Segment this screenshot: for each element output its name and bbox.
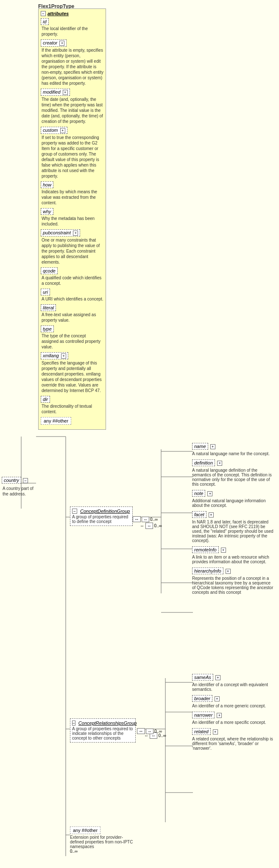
remoteinfo-plus-icon: + bbox=[221, 548, 226, 553]
attr-literal: literal A free-text value assigned as pr… bbox=[41, 304, 103, 323]
attr-uri-label: uri bbox=[41, 289, 50, 295]
right-item-name: name + A natural language name for the c… bbox=[192, 443, 275, 456]
concept-rel-group: − ConceptRelationshipsGroup A group of p… bbox=[70, 718, 136, 743]
definition-desc: A natural language definition of the sem… bbox=[192, 468, 275, 487]
minus-icon: − bbox=[41, 11, 46, 16]
attr-custom: custom + If set to true the correspondin… bbox=[41, 127, 103, 179]
attr-dir-label: dir bbox=[41, 396, 50, 403]
attr-how-desc: Indicates by which means the value was e… bbox=[42, 189, 103, 206]
narrower-label: narrower bbox=[192, 712, 215, 718]
concept-rel-label: ConceptRelationshipsGroup bbox=[78, 721, 137, 726]
narrower-desc: An identifier of a more specific concept… bbox=[192, 720, 275, 725]
any-other-bottom-label: any ##other bbox=[70, 826, 100, 834]
broader-plus-icon: + bbox=[215, 696, 220, 701]
attr-dir: dir The directionality of textual conten… bbox=[41, 396, 103, 415]
hierarchyinfo-desc: Represents the position of a concept in … bbox=[192, 576, 275, 595]
right-items-group: name + A natural language name for the c… bbox=[192, 443, 275, 598]
note-label: note bbox=[192, 490, 205, 497]
attr-creator-label: creator + bbox=[41, 39, 67, 47]
attr-qcode: qcode A qualified code which identifies … bbox=[41, 267, 103, 286]
attr-how-label: how bbox=[41, 181, 53, 188]
attr-xmllang-desc: Specifies the language of this property … bbox=[42, 360, 103, 393]
sameas-plus-icon: + bbox=[215, 675, 220, 680]
concept-rel-flow: ↔ ↔ 0..∞ bbox=[137, 728, 162, 734]
country-container: country − A country part of the address. bbox=[2, 477, 40, 497]
attr-literal-label: literal bbox=[41, 304, 56, 311]
right-item-facet: facet + In NAR 1.8 and later, facet is d… bbox=[192, 511, 275, 543]
attr-qcode-label: qcode bbox=[41, 267, 58, 274]
attr-id-label: id bbox=[41, 18, 49, 25]
hierarchyinfo-label: hierarchyInfo bbox=[192, 568, 223, 574]
attr-modified-desc: The date (and, optionally, the time) whe… bbox=[42, 97, 103, 124]
attr-literal-desc: A free-text value assigned as property v… bbox=[42, 312, 103, 323]
facet-plus-icon: + bbox=[209, 512, 214, 517]
attr-creator: creator + If the attribute is empty, spe… bbox=[41, 39, 103, 86]
attr-pubconstraint-label: pubconstraint + bbox=[41, 229, 80, 236]
right-item-note: note + Additional natural language infor… bbox=[192, 490, 275, 508]
attr-how: how Indicates by which means the value w… bbox=[41, 181, 103, 206]
right-item-remoteinfo: remoteInfo + A link to an item or a web … bbox=[192, 546, 275, 564]
attr-type-desc: The type of the concept assigned as cont… bbox=[42, 333, 103, 350]
attr-qcode-desc: A qualified code which identifies a conc… bbox=[42, 275, 103, 286]
name-desc: A natural language name for the concept. bbox=[192, 451, 275, 456]
right-item-definition: definition + A natural language definiti… bbox=[192, 459, 275, 487]
any-other-bottom-container: any ##other Extension point for provider… bbox=[70, 826, 134, 854]
remoteinfo-label: remoteInfo bbox=[192, 546, 219, 553]
attr-id: id The local identifier of the property. bbox=[41, 18, 103, 37]
name-label: name bbox=[192, 443, 208, 450]
attr-id-desc: The local identifier of the property. bbox=[42, 26, 103, 37]
concept-rel-minus-icon: − bbox=[72, 721, 75, 726]
attr-xmllang-label: xmllang + bbox=[41, 352, 68, 359]
right-item-hierarchyinfo: hierarchyInfo + Represents the position … bbox=[192, 568, 275, 595]
related-desc: A related concept, where the relationshi… bbox=[192, 737, 275, 751]
country-description: A country part of the address. bbox=[3, 486, 40, 497]
related-plus-icon: + bbox=[213, 729, 218, 734]
country-minus-icon: − bbox=[23, 478, 28, 483]
right-item-broader: broader + An identifier of a more generi… bbox=[192, 695, 275, 708]
narrower-plus-icon: + bbox=[217, 713, 222, 718]
right-item-narrower: narrower + An identifier of a more speci… bbox=[192, 712, 275, 725]
attr-why: why Why the metadata has been included. bbox=[41, 208, 103, 227]
attributes-container: − attributes id The local identifier of … bbox=[38, 8, 106, 430]
attr-uri-desc: A URI which identifies a concept. bbox=[42, 296, 103, 302]
right-item-related: related + A related concept, where the r… bbox=[192, 728, 275, 751]
any-other-label: any ##other bbox=[41, 417, 71, 425]
attr-xmllang: xmllang + Specifies the language of this… bbox=[41, 352, 103, 393]
definition-label: definition bbox=[192, 459, 215, 466]
concept-rel-desc: A group of properties required to indica… bbox=[72, 726, 134, 740]
concept-def-minus-icon: − bbox=[72, 509, 77, 514]
attr-why-label: why bbox=[41, 208, 53, 215]
attr-pubconstraint: pubconstraint + One or many constraints … bbox=[41, 229, 103, 265]
country-label: country bbox=[2, 477, 21, 484]
right-item-sameas: sameAs + An identifier of a concept with… bbox=[192, 674, 275, 692]
note-plus-icon: + bbox=[207, 491, 212, 496]
attr-modified: modified + The date (and, optionally, th… bbox=[41, 89, 103, 124]
name-plus-icon: + bbox=[210, 444, 215, 449]
attr-custom-desc: If set to true the corresponding propert… bbox=[42, 135, 103, 179]
related-label: related bbox=[192, 728, 211, 735]
concept-def-label: ConceptDefinitionGroup bbox=[80, 509, 130, 514]
attr-type-label: type bbox=[41, 326, 54, 332]
broader-desc: An identifier of a more generic concept. bbox=[192, 704, 275, 708]
definition-plus-icon: + bbox=[217, 461, 222, 466]
hierarchyinfo-plus-icon: + bbox=[226, 569, 231, 574]
concept-def-group: − ConceptDefinitionGroup A group of prop… bbox=[70, 506, 133, 526]
attr-creator-desc: If the attribute is empty, specifies whi… bbox=[42, 47, 103, 86]
note-desc: Additional natural language information … bbox=[192, 498, 275, 508]
attr-pubconstraint-desc: One or many constraints that apply to pu… bbox=[42, 237, 103, 265]
attr-type: type The type of the concept assigned as… bbox=[41, 326, 103, 350]
concept-def-desc: A group of properties required to define… bbox=[72, 515, 131, 524]
attributes-title: − attributes bbox=[41, 11, 103, 16]
concept-def-flow: ↔ ↔ 0..∞ bbox=[133, 516, 158, 522]
attr-why-desc: Why the metadata has been included. bbox=[42, 216, 103, 227]
attr-dir-desc: The directionality of textual content. bbox=[42, 403, 103, 415]
any-other-bottom-multiplicity: 0..∞ bbox=[70, 849, 134, 854]
attr-uri: uri A URI which identifies a concept. bbox=[41, 289, 103, 302]
concept-def-multiplicity: ↔ ↔ 0..∞ bbox=[140, 523, 162, 528]
sameas-label: sameAs bbox=[192, 674, 213, 681]
facet-desc: In NAR 1.8 and later, facet is deprecate… bbox=[192, 520, 275, 543]
attributes-label: attributes bbox=[47, 11, 69, 16]
any-other-bottom-desc: Extension point for provider-defined pro… bbox=[70, 835, 134, 849]
broader-label: broader bbox=[192, 695, 212, 702]
attr-custom-label: custom + bbox=[41, 127, 67, 134]
